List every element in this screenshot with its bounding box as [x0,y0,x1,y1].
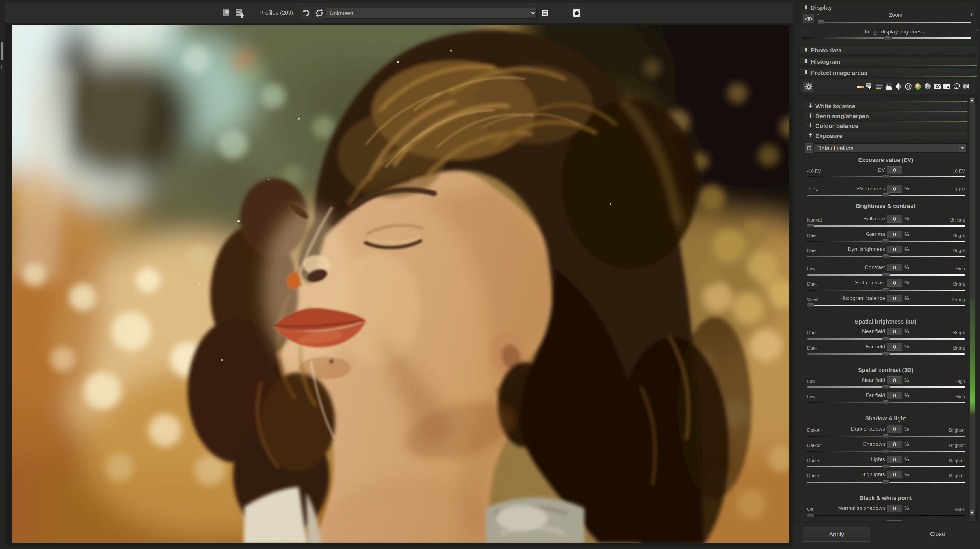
svg-text:FX: FX [945,85,950,89]
